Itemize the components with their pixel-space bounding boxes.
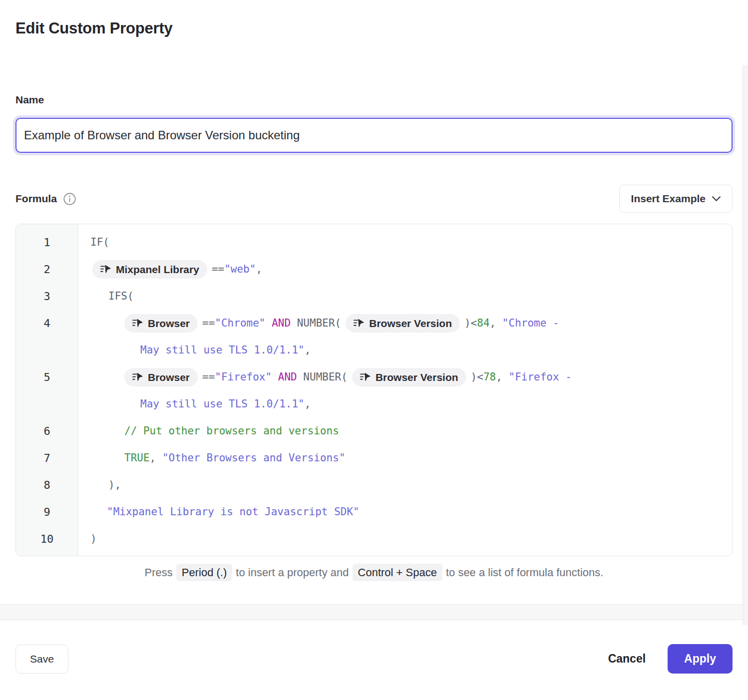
formula-line: 2 Mixpanel Library =="web", xyxy=(16,256,732,283)
footer-right-actions: Cancel Apply xyxy=(608,644,733,674)
code-token: "Firefox - xyxy=(509,371,572,383)
code-token: )< xyxy=(464,317,477,329)
property-list-cursor-icon xyxy=(354,319,364,328)
code-token: "Chrome" xyxy=(215,317,265,329)
property-pill[interactable]: Browser Version xyxy=(352,368,466,386)
line-number xyxy=(16,224,78,229)
formula-label: Formula xyxy=(15,193,57,205)
line-number: 5 xyxy=(16,363,78,390)
code-token: "Other Browsers and Versions" xyxy=(162,452,346,464)
line-number: 6 xyxy=(16,417,78,444)
formula-line: 4 Browser =="Chrome" AND NUMBER( Browser… xyxy=(16,310,732,337)
code-token: , xyxy=(256,263,262,275)
name-label: Name xyxy=(15,94,733,106)
formula-line: 8), xyxy=(16,471,732,498)
code-line: May still use TLS 1.0/1.1", xyxy=(78,337,732,363)
code-line: Mixpanel Library =="web", xyxy=(78,256,732,283)
formula-line: 7TRUE, "Other Browsers and Versions" xyxy=(16,444,732,471)
property-list-cursor-icon xyxy=(100,265,111,274)
code-token: May still use TLS 1.0/1.1" xyxy=(140,344,305,356)
code-token: , xyxy=(496,371,508,383)
line-number: 4 xyxy=(16,310,78,337)
save-button-label: Save xyxy=(30,653,54,665)
code-token: "Mixpanel Library is not Javascript SDK" xyxy=(107,506,360,518)
kbd-period: Period (.) xyxy=(176,564,232,581)
line-number xyxy=(16,337,78,363)
code-token: AND xyxy=(272,317,291,329)
code-line: IFS( xyxy=(78,283,732,310)
property-pill[interactable]: Browser xyxy=(124,368,198,386)
code-token: IFS( xyxy=(108,290,134,302)
code-line: Browser =="Chrome" AND NUMBER( Browser V… xyxy=(78,310,732,337)
code-token: "web" xyxy=(224,263,256,275)
help-text-between: to insert a property and xyxy=(236,566,349,579)
code-line xyxy=(78,552,732,556)
help-text-press: Press xyxy=(145,566,173,579)
property-pill-label: Browser xyxy=(148,372,190,382)
insert-example-button[interactable]: Insert Example xyxy=(619,185,733,213)
code-token: // Put other browsers and versions xyxy=(124,425,339,437)
formula-help: PressPeriod (.)to insert a property andC… xyxy=(15,566,733,579)
formula-line: 1IF( xyxy=(16,229,732,256)
name-input[interactable] xyxy=(15,118,733,153)
line-number: 3 xyxy=(16,283,78,310)
apply-button-label: Apply xyxy=(684,652,716,665)
code-token: , xyxy=(305,344,311,356)
formula-line xyxy=(16,552,732,556)
apply-button[interactable]: Apply xyxy=(668,644,733,674)
insert-example-label: Insert Example xyxy=(631,193,706,205)
code-line: // Put other browsers and versions xyxy=(78,417,732,444)
code-token: , xyxy=(490,317,502,329)
code-token: == xyxy=(202,371,215,383)
save-button[interactable]: Save xyxy=(15,645,68,674)
property-list-cursor-icon xyxy=(360,372,371,381)
code-token xyxy=(272,371,278,383)
code-token: , xyxy=(305,398,311,410)
code-line: ) xyxy=(78,525,732,552)
info-icon[interactable] xyxy=(63,192,76,206)
property-pill[interactable]: Browser xyxy=(124,314,198,333)
code-token: NUMBER( xyxy=(297,371,348,383)
code-token: ), xyxy=(108,479,121,491)
property-list-cursor-icon xyxy=(132,372,143,381)
code-token: TRUE xyxy=(124,452,150,464)
code-line xyxy=(78,224,732,229)
code-token: == xyxy=(212,263,224,275)
footer-divider-strip xyxy=(0,604,748,620)
code-token: 78 xyxy=(483,371,496,383)
line-number: 10 xyxy=(16,525,78,552)
edit-custom-property-dialog: Edit Custom Property Name Formula Insert… xyxy=(0,19,748,579)
line-number: 8 xyxy=(16,471,78,498)
property-pill[interactable]: Browser Version xyxy=(346,314,460,333)
code-token xyxy=(265,317,272,329)
code-token: AND xyxy=(278,371,297,383)
formula-line xyxy=(16,224,732,229)
code-line: TRUE, "Other Browsers and Versions" xyxy=(78,444,732,471)
code-token: "Chrome - xyxy=(502,317,559,329)
formula-line: 3IFS( xyxy=(16,283,732,310)
dialog-footer: Save Cancel Apply xyxy=(0,620,748,674)
property-pill-label: Browser xyxy=(148,318,190,329)
line-number: 1 xyxy=(16,229,78,256)
help-text-after: to see a list of formula functions. xyxy=(446,566,604,579)
formula-line: May still use TLS 1.0/1.1", xyxy=(16,390,732,417)
property-pill[interactable]: Mixpanel Library xyxy=(92,260,207,279)
code-token: IF( xyxy=(90,236,109,248)
scrollbar[interactable] xyxy=(743,65,748,625)
code-line: ), xyxy=(78,471,732,498)
code-token: == xyxy=(202,317,215,329)
chevron-down-icon xyxy=(712,196,721,201)
line-number: 7 xyxy=(16,444,78,471)
page-title: Edit Custom Property xyxy=(15,19,733,37)
line-number: 9 xyxy=(16,498,78,525)
formula-line: 5 Browser =="Firefox" AND NUMBER( Browse… xyxy=(16,363,732,390)
code-token: "Firefox" xyxy=(215,371,272,383)
formula-line: May still use TLS 1.0/1.1", xyxy=(16,337,732,363)
formula-editor[interactable]: 1IF(2 Mixpanel Library =="web",3IFS(4 Br… xyxy=(15,224,733,556)
line-number xyxy=(16,390,78,417)
formula-label-wrap: Formula xyxy=(15,192,76,206)
code-line: "Mixpanel Library is not Javascript SDK" xyxy=(78,498,732,525)
cancel-button[interactable]: Cancel xyxy=(608,652,646,666)
code-token: NUMBER( xyxy=(291,317,341,329)
code-token: ) xyxy=(90,533,97,545)
